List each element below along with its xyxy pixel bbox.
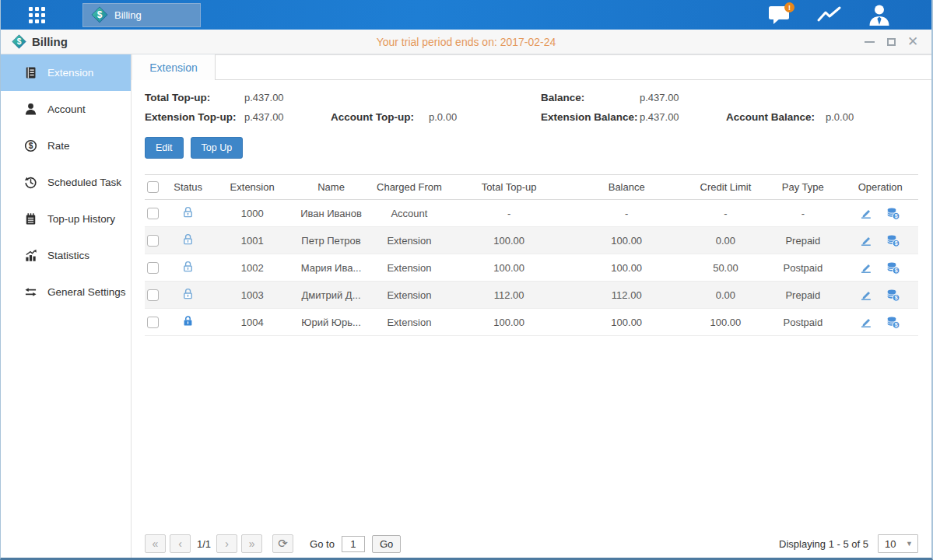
svg-text:$: $ bbox=[895, 240, 898, 247]
tab-strip-rest bbox=[216, 54, 931, 80]
column-header-charged-from: Charged From bbox=[366, 175, 452, 200]
sidebar-item-topup-history[interactable]: Top-up History bbox=[1, 201, 131, 237]
sidebar-item-label: Account bbox=[47, 103, 86, 115]
first-page-button[interactable]: « bbox=[145, 534, 166, 553]
app-window: $ Billing ! bbox=[0, 0, 933, 560]
sidebar-item-label: Top-up History bbox=[47, 213, 115, 225]
cell-extension: 1001 bbox=[209, 227, 296, 254]
summary-value: p.0.00 bbox=[429, 111, 541, 123]
row-checkbox[interactable] bbox=[147, 262, 159, 274]
close-button[interactable]: ✕ bbox=[905, 35, 921, 49]
cell-balance: - bbox=[566, 200, 688, 227]
app-tab-billing[interactable]: $ Billing bbox=[82, 3, 201, 27]
title-bar: $ Billing Your trial period ends on: 201… bbox=[1, 30, 931, 54]
sidebar-item-statistics[interactable]: Statistics bbox=[1, 237, 131, 274]
column-header-extension: Extension bbox=[209, 175, 296, 200]
next-page-button[interactable]: › bbox=[216, 534, 237, 553]
row-checkbox[interactable] bbox=[147, 317, 159, 328]
sidebar-item-extension[interactable]: Extension bbox=[1, 54, 131, 91]
topup-coins-icon[interactable]: $ bbox=[886, 207, 900, 220]
topup-coins-icon[interactable]: $ bbox=[886, 261, 900, 275]
cell-credit-limit: 50.00 bbox=[688, 254, 763, 282]
cell-name: Петр Петров bbox=[296, 227, 366, 254]
status-locked-icon bbox=[181, 314, 195, 327]
summary-value: p.437.00 bbox=[244, 111, 331, 123]
cell-pay-type: - bbox=[763, 200, 842, 227]
svg-text:$: $ bbox=[17, 37, 22, 46]
summary-label: Extension Balance: bbox=[541, 111, 640, 123]
messages-icon[interactable]: ! bbox=[766, 3, 793, 26]
table-header-row: Status Extension Name Charged From Total… bbox=[145, 175, 918, 200]
refresh-icon[interactable]: ⟳ bbox=[272, 534, 293, 553]
topup-coins-icon[interactable]: $ bbox=[886, 316, 900, 329]
column-header-credit-limit: Credit Limit bbox=[688, 175, 763, 200]
cell-extension: 1004 bbox=[209, 309, 296, 336]
select-all-checkbox[interactable] bbox=[147, 181, 159, 193]
cell-balance: 100.00 bbox=[566, 227, 688, 254]
bar-chart-icon bbox=[24, 249, 37, 262]
person-icon bbox=[24, 103, 37, 116]
displaying-text: Displaying 1 - 5 of 5 bbox=[779, 538, 868, 550]
page-size-select[interactable]: 10 ▼ bbox=[878, 534, 918, 553]
edit-icon[interactable] bbox=[860, 316, 872, 328]
edit-icon[interactable] bbox=[860, 289, 872, 301]
sidebar-item-rate[interactable]: $ Rate bbox=[1, 128, 131, 164]
row-checkbox[interactable] bbox=[147, 208, 159, 219]
summary-label: Total Top-up: bbox=[145, 92, 244, 103]
edit-button[interactable]: Edit bbox=[145, 137, 184, 159]
goto-page-input[interactable] bbox=[342, 536, 365, 552]
topup-coins-icon[interactable]: $ bbox=[886, 234, 900, 247]
summary-label: Account Balance: bbox=[726, 111, 826, 123]
pagination-bar: « ‹ 1/1 › » ⟳ Go to Go Displaying 1 - 5 … bbox=[145, 534, 918, 553]
app-grid-icon[interactable] bbox=[29, 7, 45, 23]
user-account-icon[interactable] bbox=[866, 3, 893, 26]
top-up-button[interactable]: Top Up bbox=[191, 137, 244, 159]
cell-name: Дмитрий Д... bbox=[296, 282, 366, 309]
chevron-down-icon: ▼ bbox=[906, 540, 917, 548]
tab-strip: Extension bbox=[132, 54, 931, 80]
cell-extension: 1003 bbox=[209, 282, 296, 309]
sidebar-item-general-settings[interactable]: General Settings bbox=[1, 274, 131, 310]
tab-extension[interactable]: Extension bbox=[132, 54, 216, 80]
cell-total-topup: 112.00 bbox=[453, 282, 566, 309]
reports-chart-icon[interactable] bbox=[816, 3, 843, 26]
cell-balance: 100.00 bbox=[566, 309, 688, 336]
summary-label: Account Top-up: bbox=[331, 111, 429, 123]
sidebar-item-scheduled-task[interactable]: Scheduled Task bbox=[1, 164, 131, 201]
status-unlocked-icon bbox=[181, 205, 195, 219]
edit-icon[interactable] bbox=[860, 261, 872, 274]
sidebar-item-account[interactable]: Account bbox=[1, 91, 131, 128]
cell-name: Юрий Юрь... bbox=[296, 309, 366, 336]
cell-pay-type: Prepaid bbox=[763, 227, 842, 254]
cell-total-topup: - bbox=[453, 200, 566, 227]
row-checkbox[interactable] bbox=[147, 289, 159, 301]
table-row: 1000 Иван Иванов Account - - - - bbox=[145, 200, 918, 227]
column-header-status: Status bbox=[168, 175, 209, 200]
table-row: 1002 Мария Ива... Extension 100.00 100.0… bbox=[145, 254, 918, 282]
go-button[interactable]: Go bbox=[372, 535, 401, 553]
edit-icon[interactable] bbox=[860, 207, 872, 219]
edit-icon[interactable] bbox=[860, 234, 872, 247]
trial-period-message: Your trial period ends on: 2017-02-24 bbox=[1, 36, 931, 48]
maximize-button[interactable] bbox=[883, 35, 899, 49]
last-page-button[interactable]: » bbox=[241, 534, 262, 553]
cell-name: Мария Ива... bbox=[296, 254, 366, 282]
table-row: 1003 Дмитрий Д... Extension 112.00 112.0… bbox=[145, 282, 918, 309]
cell-credit-limit: 0.00 bbox=[688, 227, 763, 254]
prev-page-button[interactable]: ‹ bbox=[170, 534, 191, 553]
main-content: Extension Total Top-up: p.437.00 Balance… bbox=[132, 54, 931, 558]
cell-total-topup: 100.00 bbox=[453, 227, 566, 254]
column-header-total-topup: Total Top-up bbox=[453, 175, 566, 200]
column-header-operation: Operation bbox=[843, 175, 918, 200]
column-header-name: Name bbox=[296, 175, 366, 200]
page-title: Billing bbox=[32, 35, 68, 48]
goto-label: Go to bbox=[310, 538, 335, 550]
row-checkbox[interactable] bbox=[147, 235, 159, 247]
cell-credit-limit: - bbox=[688, 200, 763, 227]
column-header-balance: Balance bbox=[566, 175, 688, 200]
minimize-button[interactable] bbox=[861, 35, 877, 49]
summary-label: Balance: bbox=[541, 92, 640, 103]
cell-charged-from: Extension bbox=[366, 309, 452, 336]
cell-extension: 1002 bbox=[209, 254, 296, 282]
topup-coins-icon[interactable]: $ bbox=[886, 289, 900, 302]
